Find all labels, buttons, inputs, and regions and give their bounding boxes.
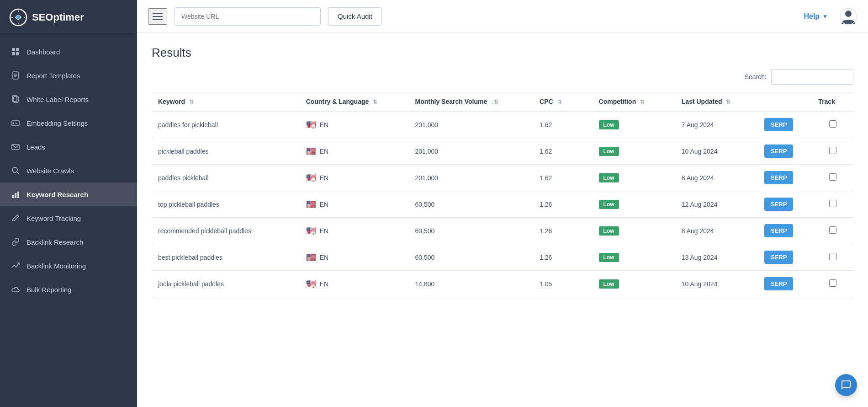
cell-keyword-4: recommended pickleball paddles xyxy=(152,218,300,244)
track-checkbox-3[interactable] xyxy=(829,200,836,207)
serp-button-1[interactable]: SERP xyxy=(764,145,793,158)
track-checkbox-5[interactable] xyxy=(829,253,836,260)
table-row: pickleball paddles 🇺🇸 EN 201,000 1.62 Lo… xyxy=(152,138,853,165)
sidebar-label-report-templates: Report Templates xyxy=(26,72,80,80)
competition-badge-5: Low xyxy=(599,253,619,262)
cell-competition-5: Low xyxy=(593,244,675,271)
cell-cpc-0: 1.62 xyxy=(533,111,592,138)
table-row: recommended pickleball paddles 🇺🇸 EN 60,… xyxy=(152,218,853,244)
flag-icon-3: 🇺🇸 xyxy=(306,199,316,209)
sidebar-item-bulk-reporting[interactable]: Bulk Reporting xyxy=(0,278,137,301)
chat-bubble-button[interactable] xyxy=(835,374,857,396)
col-header-cpc[interactable]: CPC ⇅ xyxy=(533,92,592,112)
mail-icon xyxy=(11,142,20,151)
cell-track-5 xyxy=(812,244,853,271)
track-checkbox-6[interactable] xyxy=(829,279,836,287)
serp-button-3[interactable]: SERP xyxy=(764,198,793,211)
sort-icon-cpc: ⇅ xyxy=(557,99,562,105)
cell-competition-3: Low xyxy=(593,191,675,218)
flag-icon-5: 🇺🇸 xyxy=(306,252,316,262)
copy-icon xyxy=(11,95,20,104)
cell-country-2: 🇺🇸 EN xyxy=(300,165,409,191)
svg-rect-2 xyxy=(12,48,15,51)
svg-point-17 xyxy=(12,167,17,172)
sidebar-item-dashboard[interactable]: Dashboard xyxy=(0,40,137,64)
cell-cpc-6: 1.05 xyxy=(533,271,592,297)
cell-serp-5: SERP xyxy=(758,244,812,271)
search-label: Search: xyxy=(745,73,767,80)
logo-area: SEOptimer xyxy=(0,0,137,35)
serp-button-5[interactable]: SERP xyxy=(764,251,793,264)
quick-audit-button[interactable]: Quick Audit xyxy=(328,7,382,26)
flag-icon-1: 🇺🇸 xyxy=(306,146,316,156)
sidebar-item-backlink-research[interactable]: Backlink Research xyxy=(0,230,137,254)
website-url-input[interactable] xyxy=(175,7,321,26)
trend-icon xyxy=(11,261,20,270)
sidebar-item-keyword-research[interactable]: Keyword Research xyxy=(0,182,137,206)
competition-badge-1: Low xyxy=(599,147,619,156)
serp-button-0[interactable]: SERP xyxy=(764,118,793,131)
sidebar-item-report-templates[interactable]: Report Templates xyxy=(0,64,137,87)
cell-updated-4: 8 Aug 2024 xyxy=(675,218,758,244)
hamburger-button[interactable] xyxy=(148,8,167,25)
col-header-keyword[interactable]: Keyword ⇅ xyxy=(152,92,300,112)
col-header-updated[interactable]: Last Updated ⇅ xyxy=(675,92,758,112)
cell-competition-1: Low xyxy=(593,138,675,165)
competition-badge-6: Low xyxy=(599,279,619,289)
table-row: best pickleball paddles 🇺🇸 EN 60,500 1.2… xyxy=(152,244,853,271)
sort-icon-keyword: ⇅ xyxy=(189,99,194,105)
serp-button-4[interactable]: SERP xyxy=(764,224,793,237)
col-header-competition[interactable]: Competition ⇅ xyxy=(593,92,675,112)
sort-icon-volume: ↓⇅ xyxy=(491,99,498,105)
language-1: EN xyxy=(320,148,328,155)
col-header-volume[interactable]: Monthly Search Volume ↓⇅ xyxy=(409,92,534,112)
sidebar-item-website-crawls[interactable]: Website Crawls xyxy=(0,159,137,182)
cell-track-3 xyxy=(812,191,853,218)
sidebar-label-keyword-tracking: Keyword Tracking xyxy=(26,214,81,222)
table-row: paddles for pickleball 🇺🇸 EN 201,000 1.6… xyxy=(152,111,853,138)
cell-country-1: 🇺🇸 EN xyxy=(300,138,409,165)
sidebar-item-white-label-reports[interactable]: White Label Reports xyxy=(0,87,137,111)
cell-serp-1: SERP xyxy=(758,138,812,165)
cell-competition-2: Low xyxy=(593,165,675,191)
cell-volume-5: 60,500 xyxy=(409,244,534,271)
serp-button-2[interactable]: SERP xyxy=(764,171,793,184)
cell-volume-0: 201,000 xyxy=(409,111,534,138)
help-button[interactable]: Help ▼ xyxy=(799,10,832,23)
flag-icon-2: 🇺🇸 xyxy=(306,173,316,183)
user-avatar-icon[interactable] xyxy=(840,8,857,25)
svg-rect-19 xyxy=(12,195,14,198)
cell-country-3: 🇺🇸 EN xyxy=(300,191,409,218)
serp-button-6[interactable]: SERP xyxy=(764,277,793,290)
competition-badge-0: Low xyxy=(599,120,619,129)
col-header-serp xyxy=(758,92,812,112)
cell-keyword-0: paddles for pickleball xyxy=(152,111,300,138)
chat-icon xyxy=(841,380,852,391)
main-area: Quick Audit Help ▼ Results Search: Keywo… xyxy=(137,0,868,407)
search-input[interactable] xyxy=(771,69,853,85)
track-checkbox-1[interactable] xyxy=(829,147,836,154)
track-checkbox-0[interactable] xyxy=(829,120,836,128)
cell-updated-3: 12 Aug 2024 xyxy=(675,191,758,218)
svg-rect-5 xyxy=(16,52,19,55)
table-row: joola pickleball paddles 🇺🇸 EN 14,800 1.… xyxy=(152,271,853,297)
sidebar-item-embedding-settings[interactable]: Embedding Settings xyxy=(0,111,137,135)
table-header: Keyword ⇅ Country & Language ⇅ Monthly S… xyxy=(152,92,853,112)
sidebar-item-keyword-tracking[interactable]: Keyword Tracking xyxy=(0,206,137,230)
embed-icon xyxy=(11,118,20,128)
cell-country-5: 🇺🇸 EN xyxy=(300,244,409,271)
track-checkbox-2[interactable] xyxy=(829,173,836,181)
cell-country-4: 🇺🇸 EN xyxy=(300,218,409,244)
logo-text: SEOptimer xyxy=(32,11,84,23)
cell-keyword-1: pickleball paddles xyxy=(152,138,300,165)
cell-track-4 xyxy=(812,218,853,244)
col-header-country[interactable]: Country & Language ⇅ xyxy=(300,92,409,112)
track-checkbox-4[interactable] xyxy=(829,226,836,234)
language-3: EN xyxy=(320,201,328,208)
cell-volume-4: 60,500 xyxy=(409,218,534,244)
sidebar-item-backlink-monitoring[interactable]: Backlink Monitoring xyxy=(0,254,137,278)
cell-keyword-3: top pickleball paddles xyxy=(152,191,300,218)
col-header-track: Track xyxy=(812,92,853,112)
sort-icon-competition: ⇅ xyxy=(640,99,645,105)
sidebar-item-leads[interactable]: Leads xyxy=(0,135,137,159)
